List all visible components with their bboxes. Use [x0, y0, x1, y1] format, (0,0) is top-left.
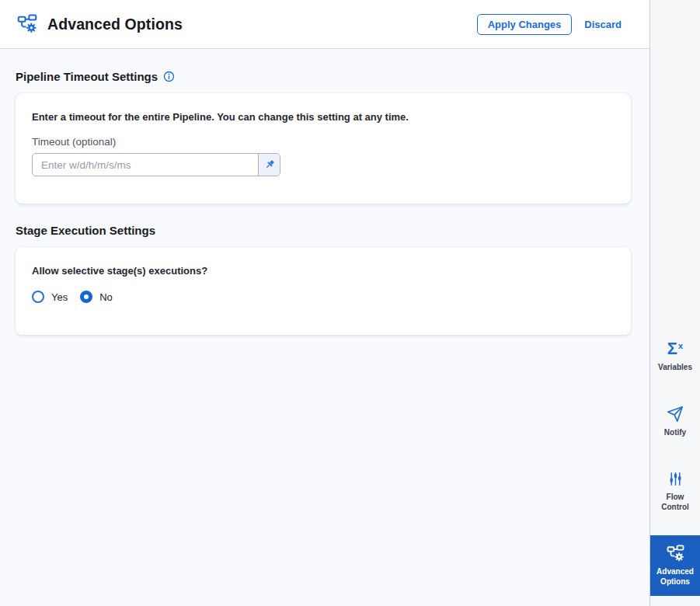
fixed-value-pin-button[interactable] — [258, 154, 280, 176]
radio-no-label: No — [99, 291, 113, 303]
stage-execution-heading-row: Stage Execution Settings — [16, 224, 631, 237]
pin-icon — [264, 159, 275, 170]
radio-option-yes[interactable]: Yes — [32, 291, 68, 303]
nav-item-advanced-options[interactable]: Advanced Options — [650, 535, 700, 596]
content-area: Pipeline Timeout Settings Enter a timeou… — [0, 49, 650, 606]
main-column: Advanced Options Apply Changes Discard P… — [0, 0, 650, 606]
nav-label-advanced-options: Advanced Options — [652, 567, 698, 587]
radio-yes-label: Yes — [51, 291, 68, 303]
pipeline-timeout-heading-row: Pipeline Timeout Settings — [16, 70, 631, 83]
pipeline-gear-icon — [17, 14, 37, 34]
timeout-description: Enter a timeout for the entire Pipeline.… — [32, 111, 615, 123]
timeout-field-label: Timeout (optional) — [32, 136, 615, 148]
paper-plane-icon — [667, 405, 684, 423]
page-title: Advanced Options — [47, 16, 183, 33]
right-nav-rail: Σx Variables Notify — [650, 0, 700, 606]
discard-link[interactable]: Discard — [584, 19, 622, 30]
nav-label-flow-control: Flow Control — [652, 493, 698, 512]
stage-execution-heading: Stage Execution Settings — [16, 224, 155, 237]
pipeline-gear-icon — [667, 544, 684, 562]
nav-item-notify[interactable]: Notify — [650, 396, 700, 448]
timeout-input-group — [32, 153, 280, 176]
selective-stage-radio-group: Yes No — [32, 291, 615, 303]
advanced-options-panel: Advanced Options Apply Changes Discard P… — [0, 0, 700, 606]
nav-label-variables: Variables — [658, 363, 692, 373]
selective-stage-question: Allow selective stage(s) executions? — [32, 265, 615, 277]
sliders-icon — [667, 469, 684, 488]
pipeline-timeout-card: Enter a timeout for the entire Pipeline.… — [16, 93, 631, 204]
nav-label-notify: Notify — [664, 428, 686, 438]
header: Advanced Options Apply Changes Discard — [0, 0, 650, 49]
sigma-x-icon: Σx — [667, 340, 683, 358]
stage-execution-card: Allow selective stage(s) executions? Yes… — [16, 247, 631, 335]
radio-no-circle[interactable] — [80, 291, 92, 303]
apply-changes-button[interactable]: Apply Changes — [477, 14, 573, 35]
pipeline-timeout-heading: Pipeline Timeout Settings — [16, 70, 158, 83]
radio-yes-circle[interactable] — [32, 291, 44, 303]
radio-option-no[interactable]: No — [80, 291, 113, 303]
timeout-input[interactable] — [33, 154, 258, 176]
nav-item-flow-control[interactable]: Flow Control — [650, 461, 700, 521]
info-icon[interactable] — [163, 71, 175, 82]
nav-item-variables[interactable]: Σx Variables — [650, 331, 700, 382]
